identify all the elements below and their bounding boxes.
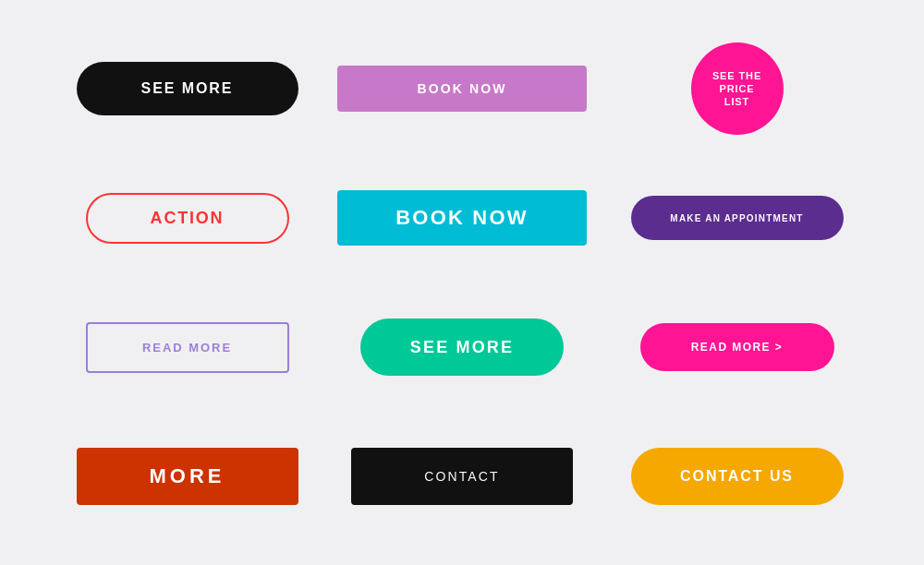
cell-make-appointment: MAKE AN APPOINTMENT: [614, 172, 859, 264]
see-price-list-button[interactable]: SEE THEPRICELIST: [691, 42, 784, 135]
button-grid: SEE MORE BOOK NOW SEE THEPRICELIST ACTIO…: [46, 24, 878, 541]
book-now-blue-button[interactable]: BOOK NOW: [337, 190, 587, 246]
book-now-pink-button[interactable]: BOOK NOW: [337, 66, 587, 112]
contact-black-button[interactable]: CONTACT: [351, 448, 573, 505]
cell-contact-black: CONTACT: [337, 430, 587, 523]
cell-see-price-list: SEE THEPRICELIST: [614, 42, 859, 135]
cell-book-now-blue: BOOK NOW: [337, 172, 587, 264]
make-appointment-button[interactable]: MAKE AN APPOINTMENT: [631, 196, 844, 240]
action-button[interactable]: ACTION: [86, 193, 289, 244]
cell-contact-us: CONTACT US: [614, 430, 859, 523]
cell-see-more-1: SEE MORE: [65, 42, 310, 135]
read-more-pink-button[interactable]: READ MORE >: [640, 323, 834, 371]
see-more-green-button[interactable]: SEE MORE: [360, 319, 564, 376]
cell-read-more-outline: READ MORE: [65, 301, 310, 393]
contact-us-button[interactable]: CONTACT US: [631, 448, 844, 505]
cell-see-more-green: SEE MORE: [337, 301, 587, 393]
read-more-outline-button[interactable]: READ MORE: [86, 322, 289, 373]
cell-book-now-pink: BOOK NOW: [337, 42, 587, 135]
cell-read-more-pink: READ MORE >: [614, 301, 859, 393]
more-button[interactable]: MORE: [77, 448, 298, 505]
see-more-button-1[interactable]: SEE MORE: [77, 62, 298, 115]
cell-more: MORE: [65, 430, 310, 523]
cell-action: ACTION: [65, 172, 310, 264]
